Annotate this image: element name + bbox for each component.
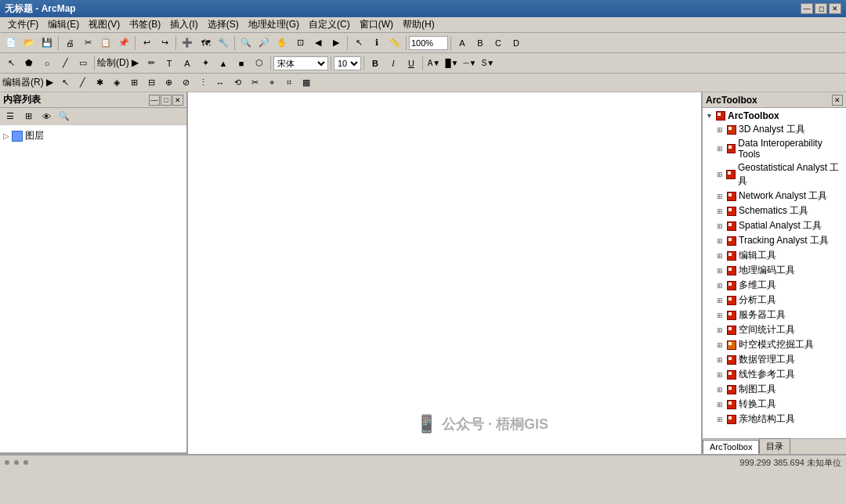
close-button[interactable]: ✕ <box>829 3 841 14</box>
edit-tool-2[interactable]: ╱ <box>74 74 91 92</box>
zoom-in-btn[interactable]: 🔍 <box>237 34 255 52</box>
pan-btn[interactable]: ✋ <box>273 34 291 52</box>
toc-expand-icon[interactable]: ▷ <box>3 131 9 140</box>
zoom-out-btn[interactable]: 🔎 <box>255 34 273 52</box>
toc-search-btn[interactable]: 🔍 <box>56 108 73 125</box>
draw-tool-3[interactable]: A <box>179 55 196 72</box>
cut-btn[interactable]: ✂ <box>79 34 96 52</box>
map-area[interactable]: 📱 公众号 · 梧桐GIS <box>188 92 701 454</box>
toolbox-item-7[interactable]: ⊞ 编辑工具 <box>703 248 846 263</box>
toolbox-btn[interactable]: 🔧 <box>215 34 232 52</box>
menu-window[interactable]: 窗口(W) <box>355 16 398 33</box>
print-btn[interactable]: 🖨 <box>61 34 78 52</box>
circle-btn[interactable]: ○ <box>38 55 56 72</box>
btn-d[interactable]: D <box>508 34 525 52</box>
measure-btn[interactable]: 📏 <box>386 34 403 52</box>
menu-geoprocessing[interactable]: 地理处理(G) <box>244 16 304 33</box>
edit-tool-5[interactable]: ⊞ <box>125 74 143 92</box>
rect-btn[interactable]: ▭ <box>74 55 92 72</box>
line-btn[interactable]: ╱ <box>56 55 74 72</box>
underline-btn[interactable]: U <box>403 55 420 72</box>
edit-tool-3[interactable]: ✱ <box>91 74 108 92</box>
undo-btn[interactable]: ↩ <box>138 34 155 52</box>
toolbox-item-1[interactable]: ⊞ Data Interoperability Tools <box>703 137 846 160</box>
select-btn[interactable]: ↖ <box>350 34 367 52</box>
save-btn[interactable]: 💾 <box>38 34 56 52</box>
toolbox-tab-catalog[interactable]: 目录 <box>759 438 790 454</box>
full-extent-btn[interactable]: ⊡ <box>291 34 309 52</box>
menu-help[interactable]: 帮助(H) <box>398 16 439 33</box>
new-btn[interactable]: 📄 <box>2 34 20 52</box>
edit-tool-10[interactable]: ↔ <box>212 74 229 92</box>
toolbox-item-5[interactable]: ⊞ Spatial Analyst 工具 <box>703 218 846 233</box>
menu-select[interactable]: 选择(S) <box>203 16 244 33</box>
edit-tool-14[interactable]: ⌗ <box>280 74 298 92</box>
draw-tool-1[interactable]: ✏ <box>143 55 160 72</box>
prev-extent-btn[interactable]: ◀ <box>309 34 327 52</box>
open-btn[interactable]: 📂 <box>20 34 38 52</box>
toolbox-item-6[interactable]: ⊞ Tracking Analyst 工具 <box>703 233 846 248</box>
toolbox-item-14[interactable]: ⊞ 数据管理工具 <box>703 352 846 367</box>
btn-a[interactable]: A <box>454 34 471 52</box>
draw-tool-2[interactable]: T <box>161 55 178 72</box>
edit-tool-4[interactable]: ◈ <box>108 74 125 92</box>
map-btn[interactable]: 🗺 <box>197 34 214 52</box>
zoom-level-input[interactable]: 100% <box>409 36 448 50</box>
menu-bookmark[interactable]: 书签(B) <box>125 16 165 33</box>
toolbox-root-item[interactable]: ▼ ArcToolbox <box>703 110 846 122</box>
draw-tool-4[interactable]: ✦ <box>197 55 214 72</box>
toc-visibility-btn[interactable]: 👁 <box>38 108 55 125</box>
edit-tool-1[interactable]: ↖ <box>56 74 74 92</box>
copy-btn[interactable]: 📋 <box>97 34 114 52</box>
edit-tool-6[interactable]: ⊟ <box>143 74 160 92</box>
toolbox-item-16[interactable]: ⊞ 制图工具 <box>703 382 846 397</box>
toolbox-item-4[interactable]: ⊞ Schematics 工具 <box>703 203 846 218</box>
shadow-btn[interactable]: S▼ <box>479 55 497 72</box>
minimize-button[interactable]: — <box>801 3 813 14</box>
line-color-btn[interactable]: ─▼ <box>461 55 479 72</box>
menu-customize[interactable]: 自定义(C) <box>304 16 355 33</box>
edit-tool-11[interactable]: ⟲ <box>229 74 246 92</box>
toc-min-btn[interactable]: — <box>149 95 160 106</box>
font-select[interactable]: 宋体 <box>273 56 328 70</box>
draw-tool-5[interactable]: ▲ <box>215 55 232 72</box>
toolbox-item-17[interactable]: ⊞ 转换工具 <box>703 397 846 412</box>
toolbox-item-10[interactable]: ⊞ 分析工具 <box>703 293 846 308</box>
toolbox-item-15[interactable]: ⊞ 线性参考工具 <box>703 367 846 382</box>
toolbox-item-3[interactable]: ⊞ Network Analyst 工具 <box>703 189 846 203</box>
toolbox-item-8[interactable]: ⊞ 地理编码工具 <box>703 263 846 278</box>
draw-tool-7[interactable]: ⬡ <box>251 55 268 72</box>
menu-file[interactable]: 文件(F) <box>3 16 43 33</box>
toc-close-btn[interactable]: ✕ <box>172 95 183 106</box>
italic-btn[interactable]: I <box>385 55 402 72</box>
toolbox-item-0[interactable]: ⊞ 3D Analyst 工具 <box>703 122 846 137</box>
next-extent-btn[interactable]: ▶ <box>327 34 345 52</box>
btn-c[interactable]: C <box>490 34 507 52</box>
toolbox-close-btn[interactable]: ✕ <box>832 95 843 106</box>
toc-source-btn[interactable]: ⊞ <box>20 108 37 125</box>
toolbox-item-12[interactable]: ⊞ 空间统计工具 <box>703 322 846 337</box>
toolbox-item-13[interactable]: ⊞ 时空模式挖掘工具 <box>703 337 846 352</box>
menu-edit[interactable]: 编辑(E) <box>43 16 84 33</box>
menu-insert[interactable]: 插入(I) <box>165 16 202 33</box>
draw-tool-6[interactable]: ■ <box>233 55 250 72</box>
edit-tool-8[interactable]: ⊘ <box>177 74 194 92</box>
select2-btn[interactable]: ↖ <box>2 55 20 72</box>
menu-view[interactable]: 视图(V) <box>84 16 125 33</box>
toolbox-tab-arctoolbox[interactable]: ArcToolbox <box>703 440 759 454</box>
edit-tool-13[interactable]: ⌖ <box>263 74 280 92</box>
toolbox-item-9[interactable]: ⊞ 多维工具 <box>703 278 846 293</box>
paste-btn[interactable]: 📌 <box>115 34 132 52</box>
toolbox-item-11[interactable]: ⊞ 服务器工具 <box>703 308 846 322</box>
bold-btn[interactable]: B <box>367 55 384 72</box>
toolbox-item-2[interactable]: ⊞ Geostatistical Analyst 工具 <box>703 160 846 189</box>
edit-tool-15[interactable]: ▦ <box>298 74 315 92</box>
toc-list-btn[interactable]: ☰ <box>2 108 19 125</box>
edit-tool-12[interactable]: ✂ <box>246 74 263 92</box>
restore-button[interactable]: ◻ <box>815 3 827 14</box>
fill-color-btn[interactable]: █▼ <box>443 55 461 72</box>
font-color-btn[interactable]: A▼ <box>425 55 443 72</box>
toc-max-btn[interactable]: □ <box>161 95 172 106</box>
toolbox-item-18[interactable]: ⊞ 亲地结构工具 <box>703 412 846 427</box>
btn-b[interactable]: B <box>472 34 489 52</box>
